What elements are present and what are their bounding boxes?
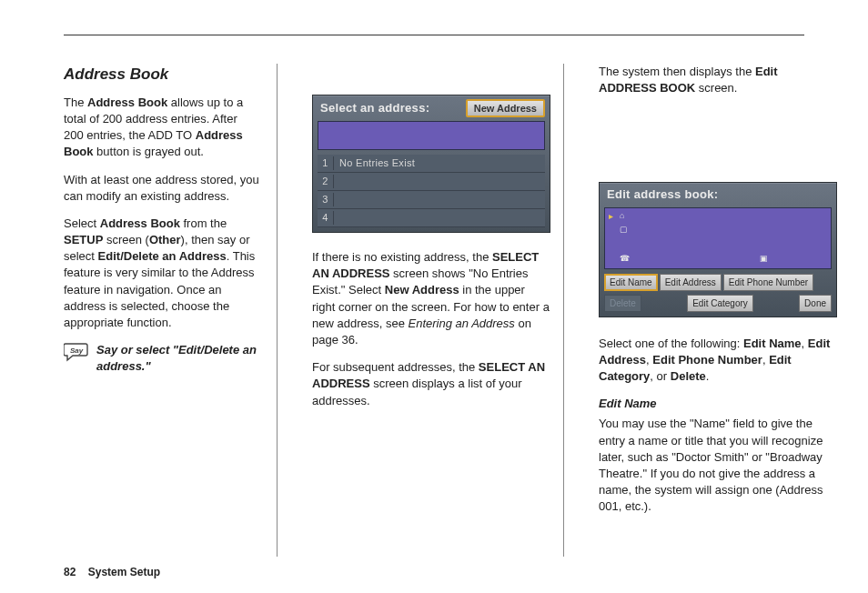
text-bold: New Address [385, 283, 459, 296]
screenshot-edit-address-book: Edit address book: ▸ ⌂ ▢ ☎ ▣ Edit Name E… [599, 182, 837, 317]
panel-detail-area: ▸ ⌂ ▢ ☎ ▣ [604, 207, 832, 269]
say-icon-label: Say [70, 347, 84, 355]
text: For subsequent addresses, the [312, 360, 479, 374]
address-list: 1No Entries Exist 2 3 4 [318, 155, 545, 227]
text: , [802, 337, 808, 350]
text: screen ( [103, 233, 149, 246]
text: The system then displays the [599, 65, 755, 78]
list-item[interactable]: 4 [318, 209, 545, 227]
c1-p3: Select Address Book from the SETUP scree… [64, 216, 260, 331]
edit-phone-button[interactable]: Edit Phone Number [723, 274, 813, 291]
text: from the [180, 216, 227, 230]
row-number: 2 [318, 175, 334, 188]
text: button is grayed out. [94, 145, 204, 158]
say-callout: Say Say or select "Edit/Delete an addres… [64, 342, 260, 375]
c2-p1: If there is no existing address, the SEL… [312, 249, 550, 348]
home-icon: ⌂ [620, 211, 631, 220]
row-number: 4 [318, 211, 334, 225]
button-row-2: Delete Edit Category Done [604, 295, 832, 312]
text-bold: Address Book [87, 95, 167, 109]
screenshot-select-address: Select an address: New Address 1No Entri… [312, 95, 550, 233]
text: . [706, 369, 710, 383]
column-2: Select an address: New Address 1No Entri… [299, 64, 564, 557]
list-item[interactable]: 1No Entries Exist [318, 155, 545, 173]
text: Select [64, 216, 100, 230]
c1-p1: The Address Book allows up to a total of… [64, 95, 260, 161]
text-bold: Edit/Delete an Address [98, 249, 227, 263]
c2-p2: For subsequent addresses, the SELECT AN … [312, 359, 550, 409]
panel-titlebar: Edit address book: [600, 183, 836, 206]
c3-p2: Select one of the following: Edit Name, … [599, 336, 837, 386]
edit-address-button[interactable]: Edit Address [660, 274, 722, 291]
page-section-title: System Setup [88, 566, 160, 578]
list-item[interactable]: 3 [318, 191, 545, 209]
edit-name-button[interactable]: Edit Name [604, 274, 658, 291]
text-bold: Other [149, 233, 181, 246]
caret-right-icon: ▸ [609, 212, 613, 221]
text: The [64, 95, 87, 109]
text: , or [650, 369, 670, 383]
text: If there is no existing address, the [312, 250, 492, 264]
page-footer: 82 System Setup [64, 565, 160, 580]
panel-title: Select an address: [320, 100, 429, 116]
row-cell: No Entries Exist [334, 156, 545, 170]
page-top-rule [64, 35, 804, 35]
panel-selection-area [318, 121, 545, 150]
say-text: Say or select "Edit/Delete an address." [96, 342, 260, 375]
text-italic: Entering an Address [409, 317, 515, 330]
done-button[interactable]: Done [799, 295, 832, 312]
column-1: Address Book The Address Book allows up … [64, 64, 278, 557]
text: Select one of the following: [599, 337, 743, 350]
delete-button[interactable]: Delete [604, 295, 641, 312]
text-bold: Delete [671, 369, 706, 383]
text-bold: Edit Name [743, 337, 802, 350]
c1-p2: With at least one address stored, you ca… [64, 172, 260, 205]
row-number: 1 [318, 156, 334, 170]
phone-icon: ☎ [620, 254, 631, 263]
list-item[interactable]: 2 [318, 173, 545, 191]
new-address-button[interactable]: New Address [466, 99, 545, 117]
column-3: The system then displays the Edit ADDRES… [586, 64, 837, 557]
c3-p1: The system then displays the Edit ADDRES… [599, 64, 837, 96]
panel-title: Edit address book: [607, 186, 718, 203]
page-number: 82 [64, 566, 76, 578]
edit-category-button[interactable]: Edit Category [687, 295, 753, 312]
spacer: Edit Category [645, 295, 795, 312]
c3-p3: You may use the "Name" field to give the… [599, 416, 837, 515]
heading-address-book: Address Book [64, 64, 260, 85]
subheading-edit-name: Edit Name [599, 396, 837, 412]
row-number: 3 [318, 193, 334, 206]
button-row-1: Edit Name Edit Address Edit Phone Number [604, 274, 832, 291]
text-bold: Edit Phone Number [652, 353, 762, 367]
page-body: Address Book The Address Book allows up … [64, 64, 804, 557]
map-icon: ▢ [620, 225, 631, 234]
category-icon: ▣ [760, 254, 771, 263]
text-bold: Address Book [100, 216, 180, 230]
text-bold: SETUP [64, 233, 103, 246]
text: screen. [695, 81, 737, 95]
speech-bubble-icon: Say [64, 342, 89, 362]
panel-titlebar: Select an address: New Address [313, 95, 550, 121]
